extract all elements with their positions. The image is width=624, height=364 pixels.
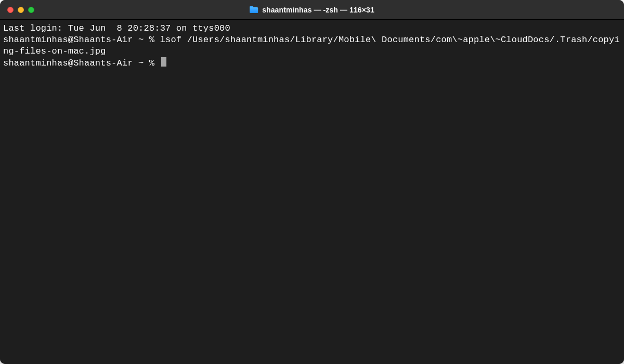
minimize-icon[interactable]	[18, 7, 24, 13]
maximize-icon[interactable]	[28, 7, 34, 13]
window-controls	[0, 7, 34, 13]
terminal-line: shaantminhas@Shaants-Air ~ % lsof /Users…	[3, 34, 621, 57]
terminal-line: Last login: Tue Jun 8 20:28:37 on ttys00…	[3, 23, 621, 34]
folder-icon	[250, 6, 258, 13]
cursor-icon	[161, 57, 166, 67]
terminal-window: shaantminhas — -zsh — 116×31 Last login:…	[0, 0, 624, 364]
titlebar[interactable]: shaantminhas — -zsh — 116×31	[0, 0, 624, 20]
close-icon[interactable]	[7, 7, 14, 13]
terminal-prompt: shaantminhas@Shaants-Air ~ %	[3, 58, 160, 68]
window-title-group: shaantminhas — -zsh — 116×31	[250, 6, 374, 14]
window-title: shaantminhas — -zsh — 116×31	[262, 6, 374, 14]
terminal-body[interactable]: Last login: Tue Jun 8 20:28:37 on ttys00…	[0, 20, 624, 364]
